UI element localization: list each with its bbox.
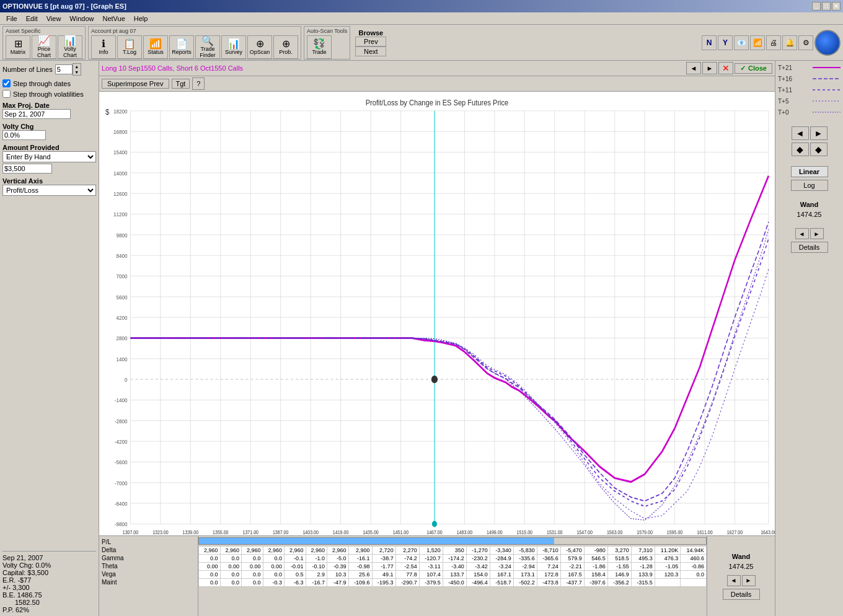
tlog-btn[interactable]: 📋 T.Log	[117, 35, 142, 59]
prev-btn[interactable]: Prev	[355, 37, 386, 46]
spin-down-btn[interactable]: ▼	[73, 69, 81, 75]
reports-btn[interactable]: 📄 Reports	[169, 35, 194, 59]
volty-chg-field[interactable]	[2, 130, 46, 140]
gamma-cell: -3.40	[443, 563, 466, 571]
pl-cell: 7,310	[631, 547, 655, 555]
trade-finder-btn[interactable]: 🔍 Trade Finder	[195, 35, 220, 59]
icon-settings[interactable]: ⚙	[798, 35, 813, 50]
delta-cell: -120.7	[419, 555, 443, 563]
theta-cell: 172.8	[537, 571, 560, 579]
horizontal-scrollbar[interactable]	[198, 537, 707, 545]
delta-label: Delta	[102, 547, 195, 553]
amount-provided-select[interactable]: Enter By Hand	[2, 151, 96, 162]
tgt-btn[interactable]: Tgt	[172, 79, 190, 89]
pl-cell: 350	[443, 547, 466, 555]
gamma-row: 0.00 0.00 0.00 0.00 -0.01 -0.10 -0.39 -0…	[199, 563, 707, 571]
svg-text:15400: 15400	[113, 149, 127, 156]
delta-cell: -174.2	[443, 555, 466, 563]
num-lines-field[interactable]	[55, 64, 73, 74]
num-lines-input[interactable]: ▲ ▼	[55, 63, 81, 76]
status-btn[interactable]: 📶 Status	[143, 35, 168, 59]
right-scroll-right[interactable]: ►	[810, 228, 824, 239]
pl-cell: 2,960	[242, 547, 263, 555]
vega-cell: 0.0	[220, 579, 242, 587]
svg-text:1451.00: 1451.00	[393, 529, 409, 535]
max-proj-date-field[interactable]	[2, 109, 71, 119]
icon-print[interactable]: 🖨	[766, 35, 781, 50]
right-details-btn[interactable]: Details	[791, 242, 828, 253]
delta-cell: -365.6	[537, 555, 560, 563]
diamond-left-btn[interactable]: ◆	[792, 143, 809, 156]
volty-chart-btn[interactable]: 📊 Volty Chart	[58, 35, 82, 59]
next-btn[interactable]: Next	[355, 46, 386, 56]
step-dates-checkbox[interactable]	[2, 79, 11, 87]
gamma-cell: 0.00	[263, 563, 285, 571]
delta-cell: 0.0	[263, 555, 285, 563]
minimize-btn[interactable]: _	[812, 2, 821, 11]
trade-btn[interactable]: 💱 Trade	[307, 35, 332, 59]
vertical-axis-select[interactable]: Profit/Loss	[2, 185, 96, 196]
details-btn[interactable]: Details	[723, 589, 760, 600]
survey-btn[interactable]: 📊 Survey	[221, 35, 246, 59]
trade-icon: 💱	[313, 39, 325, 49]
svg-text:1403.00: 1403.00	[302, 529, 319, 535]
delta-cell: 0.0	[242, 555, 263, 563]
menu-netvue[interactable]: NetVue	[99, 14, 128, 24]
close-window-btn[interactable]: ✕	[832, 2, 841, 11]
close-chart-btn[interactable]: ✕	[718, 62, 733, 74]
icon-mail[interactable]: 📧	[734, 35, 749, 50]
menu-view[interactable]: View	[43, 14, 65, 24]
help-btn[interactable]: ?	[192, 77, 205, 90]
scroll-right-btn[interactable]: ►	[742, 575, 756, 586]
right-arrow-btn[interactable]: ►	[810, 126, 828, 140]
close-btn[interactable]: ✓ Close	[735, 63, 772, 74]
trade-label: Trade	[312, 49, 326, 55]
right-scroll-left[interactable]: ◄	[795, 228, 809, 239]
icon-bell[interactable]: 🔔	[782, 35, 797, 50]
scroll-left-btn[interactable]: ◄	[727, 575, 741, 586]
icon-n[interactable]: N	[702, 35, 717, 50]
theta-cell: 0.5	[285, 571, 306, 579]
vega-cell: -379.5	[419, 579, 443, 587]
menu-window[interactable]: Window	[66, 14, 97, 24]
maximize-btn[interactable]: □	[822, 2, 831, 11]
spin-up-btn[interactable]: ▲	[73, 64, 81, 69]
vega-cell: -16.7	[306, 579, 327, 587]
left-arrow-btn[interactable]: ◄	[792, 126, 809, 140]
gamma-cell: -1.55	[607, 563, 631, 571]
svg-text:-4200: -4200	[115, 438, 128, 445]
svg-text:11200: 11200	[113, 211, 127, 218]
window-controls: _ □ ✕	[812, 2, 841, 11]
gamma-cell: -1.28	[631, 563, 655, 571]
svg-rect-0	[99, 92, 775, 535]
svg-text:1531.00: 1531.00	[547, 529, 563, 535]
gamma-cell: 0.00	[220, 563, 242, 571]
pl-cell: -3,340	[490, 547, 513, 555]
opscan-btn[interactable]: ⊕ OpScan	[247, 35, 272, 59]
diamond-right-btn[interactable]: ◆	[810, 143, 828, 156]
step-dates-label: Step through dates	[13, 80, 71, 87]
back-btn[interactable]: ◄	[686, 62, 701, 74]
prob-btn[interactable]: ⊕ Prob.	[273, 35, 298, 59]
forward-btn[interactable]: ►	[702, 62, 717, 74]
delta-cell: -0.1	[285, 555, 306, 563]
delta-cell: -38.7	[372, 555, 395, 563]
menu-help[interactable]: Help	[130, 14, 152, 24]
price-chart-btn[interactable]: 📈 Price Chart	[32, 35, 56, 59]
menu-file[interactable]: File	[2, 14, 21, 24]
pl-cell: -5,830	[513, 547, 537, 555]
gamma-cell: -2.54	[395, 563, 419, 571]
log-btn[interactable]: Log	[791, 180, 828, 191]
icon-signal[interactable]: 📶	[750, 35, 765, 50]
svg-text:1547.00: 1547.00	[576, 529, 593, 535]
menu-edit[interactable]: Edit	[22, 14, 42, 24]
tlog-label: T.Log	[123, 49, 136, 55]
icon-y[interactable]: Y	[718, 35, 733, 50]
matrix-btn[interactable]: ⊞ Matrix	[6, 35, 30, 59]
delta-cell: 0.0	[199, 555, 221, 563]
info-btn[interactable]: ℹ Info	[91, 35, 116, 59]
step-vols-checkbox[interactable]	[2, 90, 11, 98]
superimpose-prev-btn[interactable]: Superimpose Prev	[102, 79, 169, 89]
linear-btn[interactable]: Linear	[791, 166, 828, 177]
amount-provided-field[interactable]	[2, 164, 52, 174]
